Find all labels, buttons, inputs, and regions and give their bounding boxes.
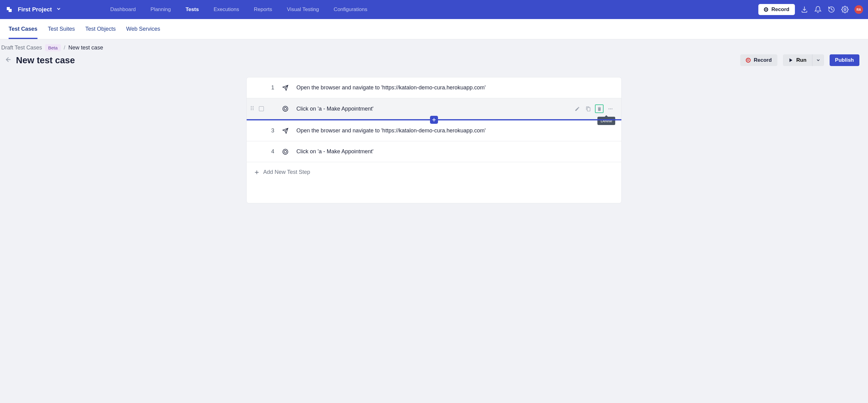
svg-point-20 — [283, 149, 288, 154]
chevron-down-icon — [816, 58, 820, 62]
tab-web-services[interactable]: Web Services — [126, 19, 160, 39]
step-description: Click on 'a - Make Appointment' — [297, 106, 573, 112]
breadcrumb-current: New test case — [68, 44, 103, 51]
step-number: 4 — [266, 148, 280, 155]
delete-icon[interactable] — [595, 104, 603, 113]
main-nav: Dashboard Planning Tests Executions Repo… — [110, 6, 758, 12]
page-header: Draft Test Cases Beta / New test case Ne… — [0, 39, 868, 72]
svg-point-6 — [253, 106, 254, 107]
svg-point-9 — [251, 110, 252, 110]
nav-dashboard[interactable]: Dashboard — [110, 6, 136, 12]
svg-point-15 — [612, 108, 613, 110]
nav-configurations[interactable]: Configurations — [334, 6, 367, 12]
svg-point-13 — [609, 108, 609, 110]
step-checkbox[interactable] — [259, 106, 264, 111]
run-button-group: Run — [783, 54, 824, 66]
add-step-button[interactable]: Add New Test Step — [247, 162, 621, 176]
add-step-label: Add New Test Step — [263, 169, 310, 176]
navigate-icon — [280, 128, 291, 134]
tab-test-suites[interactable]: Test Suites — [48, 19, 75, 39]
svg-point-10 — [253, 110, 254, 110]
svg-point-7 — [251, 108, 252, 109]
chevron-down-icon — [56, 6, 61, 13]
breadcrumb: Draft Test Cases Beta / New test case — [1, 44, 867, 51]
nav-visual-testing[interactable]: Visual Testing — [287, 6, 319, 12]
step-actions — [573, 104, 615, 113]
nav-executions[interactable]: Executions — [214, 6, 239, 12]
play-icon — [788, 58, 793, 63]
svg-marker-2 — [789, 58, 792, 62]
breadcrumb-root[interactable]: Draft Test Cases — [1, 44, 42, 51]
step-description: Open the browser and navigate to 'https:… — [297, 85, 615, 91]
svg-point-12 — [284, 107, 286, 110]
record-label: Record — [771, 6, 789, 12]
history-icon[interactable] — [828, 5, 835, 13]
content: ⋮⋮ 1 Open the browser and navigate to 'h… — [0, 72, 868, 211]
beta-badge: Beta — [45, 44, 61, 51]
title-actions: Record Run Publish — [740, 54, 867, 66]
step-number: 3 — [266, 127, 280, 134]
step-number: 1 — [266, 85, 280, 91]
svg-point-5 — [251, 106, 252, 107]
record-icon — [746, 58, 751, 63]
step-row[interactable]: ⋮⋮ 1 Open the browser and navigate to 'h… — [247, 78, 621, 98]
avatar[interactable]: RA — [855, 5, 863, 14]
plus-icon — [254, 169, 259, 175]
app-logo[interactable] — [5, 5, 13, 14]
record-button[interactable]: Record — [740, 54, 777, 66]
publish-label: Publish — [835, 57, 854, 63]
project-name: First Project — [18, 6, 52, 13]
run-button[interactable]: Run — [783, 54, 812, 66]
step-row[interactable]: ⋮⋮ 3 Open the browser and navigate to 'h… — [247, 120, 621, 141]
page-title: New test case — [16, 55, 75, 65]
record-icon — [764, 7, 768, 12]
gear-icon[interactable] — [841, 5, 849, 13]
title-left: New test case — [1, 55, 75, 65]
tab-test-cases[interactable]: Test Cases — [9, 19, 37, 39]
title-row: New test case Record Run Publish — [1, 54, 867, 66]
nav-reports[interactable]: Reports — [254, 6, 273, 12]
more-icon[interactable] — [606, 104, 615, 113]
navigate-icon — [280, 85, 291, 91]
run-dropdown-button[interactable] — [812, 54, 824, 66]
bell-icon[interactable] — [814, 5, 822, 13]
tab-test-objects[interactable]: Test Objects — [85, 19, 116, 39]
svg-point-0 — [844, 9, 846, 10]
svg-point-14 — [610, 108, 611, 110]
breadcrumb-separator: / — [64, 44, 65, 51]
steps-card: ⋮⋮ 1 Open the browser and navigate to 'h… — [246, 77, 622, 203]
record-label: Record — [754, 57, 772, 63]
nav-tests[interactable]: Tests — [186, 6, 199, 12]
run-label: Run — [797, 57, 807, 63]
drag-handle-icon[interactable] — [250, 106, 256, 112]
subtabs: Test Cases Test Suites Test Objects Web … — [0, 19, 868, 39]
copy-icon[interactable] — [584, 104, 592, 113]
download-icon[interactable] — [800, 5, 808, 13]
svg-point-21 — [284, 150, 286, 153]
topbar: First Project Dashboard Planning Tests E… — [0, 0, 868, 19]
project-selector[interactable]: First Project — [18, 6, 61, 13]
svg-point-8 — [253, 108, 254, 109]
topbar-right: Record RA — [758, 4, 863, 15]
step-description: Open the browser and navigate to 'https:… — [297, 127, 615, 134]
publish-button[interactable]: Publish — [830, 54, 859, 66]
nav-planning[interactable]: Planning — [151, 6, 171, 12]
click-icon — [280, 149, 291, 155]
step-description: Click on 'a - Make Appointment' — [297, 148, 615, 155]
step-row[interactable]: ⋮⋮ 4 Click on 'a - Make Appointment' — [247, 141, 621, 162]
svg-point-11 — [283, 106, 288, 112]
click-icon — [280, 106, 291, 112]
record-button-top[interactable]: Record — [758, 4, 795, 15]
edit-icon[interactable] — [573, 104, 582, 113]
back-arrow-icon[interactable] — [5, 56, 12, 64]
